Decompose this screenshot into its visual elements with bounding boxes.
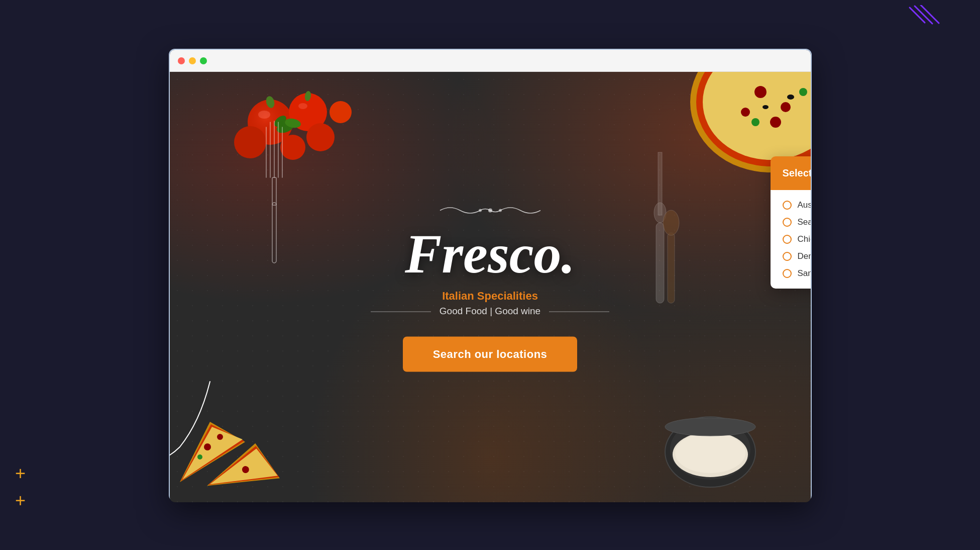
svg-point-7: [306, 123, 335, 151]
city-label-austin: Austin: [798, 200, 811, 210]
hero-section: Fresco. Italian Specialities Good Food |…: [170, 72, 811, 502]
divider-right: [549, 312, 609, 312]
svg-point-29: [741, 108, 750, 117]
tagline-row: Good Food | Good wine: [340, 306, 641, 317]
svg-line-0: [910, 8, 925, 23]
plus-decoration: + +: [15, 465, 26, 510]
window-close-button[interactable]: [178, 57, 185, 64]
svg-point-27: [754, 86, 767, 98]
svg-point-41: [217, 434, 223, 440]
city-option-san-francisco[interactable]: San Francisco: [783, 268, 811, 279]
city-radio-denver[interactable]: [783, 252, 792, 261]
city-label-chicago: Chicago: [798, 234, 811, 244]
pizza-slices-decoration: [170, 392, 295, 502]
svg-point-50: [479, 209, 482, 212]
bowl-decoration: [660, 412, 760, 492]
svg-point-33: [787, 95, 794, 100]
tomatoes-decoration: [220, 82, 361, 172]
city-label-san-francisco: San Francisco: [798, 268, 811, 279]
city-radio-san-francisco[interactable]: [783, 269, 792, 278]
svg-point-31: [799, 88, 807, 96]
utensil-decoration: [635, 122, 685, 325]
svg-point-13: [298, 103, 307, 109]
divider-left: [371, 312, 431, 312]
svg-rect-17: [272, 203, 276, 263]
svg-point-40: [204, 443, 211, 450]
tagline-italian-row: Italian Specialities: [340, 290, 641, 303]
brand-name: Fresco.: [340, 226, 641, 282]
city-label-denver: Denver: [798, 251, 811, 261]
city-dropdown-title: Select your city: [783, 167, 811, 179]
tagline-sub: Good Food | Good wine: [440, 306, 540, 316]
window-maximize-button[interactable]: [200, 57, 207, 64]
search-locations-button[interactable]: Search our locations: [403, 337, 578, 372]
city-option-austin[interactable]: Austin: [783, 200, 811, 210]
plus-icon-2: +: [15, 492, 26, 510]
plus-icon-1: +: [15, 465, 26, 483]
svg-point-30: [770, 117, 781, 128]
svg-point-47: [675, 433, 745, 473]
browser-chrome: [170, 50, 811, 72]
svg-point-28: [781, 102, 791, 112]
svg-rect-18: [272, 177, 276, 205]
fork-decoration: [260, 112, 288, 275]
svg-rect-35: [656, 223, 664, 303]
svg-point-32: [751, 118, 759, 126]
city-dropdown-body: Austin Seattle Chicago Denver San Franci…: [771, 190, 811, 289]
svg-point-39: [663, 210, 679, 235]
city-radio-chicago[interactable]: [783, 235, 792, 244]
svg-point-8: [330, 101, 352, 123]
city-option-denver[interactable]: Denver: [783, 251, 811, 261]
city-dropdown-header: Select your city: [771, 156, 811, 190]
city-label-seattle: Seattle: [798, 217, 811, 227]
window-minimize-button[interactable]: [189, 57, 196, 64]
svg-point-48: [665, 418, 755, 436]
svg-point-42: [197, 454, 202, 460]
hero-center-content: Fresco. Italian Specialities Good Food |…: [340, 203, 641, 372]
browser-window: Fresco. Italian Specialities Good Food |…: [169, 49, 812, 501]
svg-rect-38: [668, 233, 675, 303]
svg-point-49: [488, 209, 492, 213]
city-dropdown: Select your city Austin Seattle Chicago: [771, 156, 811, 289]
accent-decoration: [900, 5, 940, 35]
city-radio-austin[interactable]: [783, 201, 792, 210]
city-option-chicago[interactable]: Chicago: [783, 234, 811, 244]
city-radio-seattle[interactable]: [783, 218, 792, 227]
city-option-seattle[interactable]: Seattle: [783, 217, 811, 227]
tagline-italian: Italian Specialities: [340, 290, 641, 303]
ornament-decoration: [340, 203, 641, 222]
svg-point-34: [763, 105, 769, 109]
svg-rect-37: [658, 152, 662, 215]
svg-point-51: [499, 209, 502, 212]
